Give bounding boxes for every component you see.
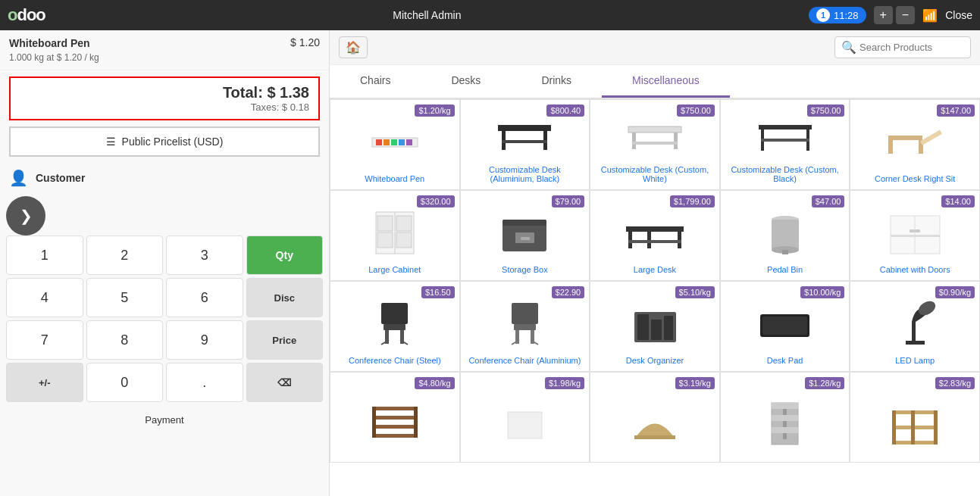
numpad-disc[interactable]: Disc bbox=[246, 278, 324, 317]
price-badge: $4.80/kg bbox=[415, 377, 454, 389]
category-drinks[interactable]: Drinks bbox=[511, 65, 602, 98]
product-desk-organizer[interactable]: $5.10/kg Desk Organizer bbox=[590, 281, 720, 372]
product-image bbox=[494, 206, 555, 259]
product-image bbox=[365, 397, 425, 450]
svg-rect-63 bbox=[762, 317, 807, 335]
category-chairs[interactable]: Chairs bbox=[330, 65, 421, 98]
svg-rect-64 bbox=[906, 341, 925, 345]
product-shelf3[interactable]: $3.19/kg bbox=[590, 372, 720, 463]
categories-bar: Chairs Desks Drinks Miscellaneous bbox=[330, 65, 980, 99]
svg-rect-25 bbox=[396, 216, 412, 231]
close-button[interactable]: Close bbox=[945, 9, 972, 21]
product-name: Desk Organizer bbox=[626, 356, 684, 365]
order-time: 11:28 bbox=[834, 10, 859, 21]
product-cabinet-doors[interactable]: $14.00 Cabinet with Doors bbox=[850, 190, 980, 281]
product-pedal-bin[interactable]: $47.00 Pedal Bin bbox=[720, 190, 850, 281]
pricelist-button[interactable]: ☰ Public Pricelist (USD) bbox=[9, 126, 320, 157]
numpad-price[interactable]: Price bbox=[246, 320, 324, 360]
svg-rect-52 bbox=[512, 303, 538, 324]
svg-rect-46 bbox=[381, 303, 408, 324]
product-chair-alum[interactable]: $22.90 Conference Chair (Aluminium) bbox=[460, 281, 590, 372]
chevron-button[interactable]: ❯ bbox=[6, 196, 45, 236]
product-desk-black[interactable]: $800.40 Customizable Desk (Aluminium, Bl… bbox=[460, 99, 590, 190]
svg-rect-68 bbox=[372, 416, 418, 420]
svg-rect-40 bbox=[782, 250, 788, 254]
search-box[interactable]: 🔍 bbox=[834, 36, 971, 58]
numpad-2[interactable]: 2 bbox=[86, 236, 164, 275]
price-badge: $0.90/kg bbox=[935, 286, 975, 298]
svg-rect-2 bbox=[384, 139, 390, 145]
numpad----[interactable]: +/- bbox=[6, 363, 83, 402]
svg-rect-76 bbox=[772, 403, 798, 409]
order-line[interactable]: Whiteboard Pen $ 1.20 1.000 kg at $ 1.20… bbox=[0, 30, 329, 70]
svg-rect-74 bbox=[634, 435, 675, 439]
product-image bbox=[625, 397, 685, 450]
topbar: odoo Mitchell Admin 1 11:28 + − 📶 Close bbox=[0, 0, 980, 30]
add-tab-button[interactable]: + bbox=[874, 6, 893, 24]
product-shelf5[interactable]: $2.83/kg bbox=[850, 372, 980, 463]
product-shelf4[interactable]: $1.28/kg bbox=[720, 372, 850, 463]
numpad--[interactable]: . bbox=[166, 363, 243, 402]
order-line-name: Whiteboard Pen bbox=[9, 37, 90, 49]
price-badge: $320.00 bbox=[417, 195, 455, 207]
product-chair-steel[interactable]: $16.50 Conference Chair (Steel) bbox=[330, 281, 460, 372]
numpad-6[interactable]: 6 bbox=[166, 278, 243, 317]
customer-row[interactable]: 👤 Customer bbox=[0, 163, 329, 193]
taxes-amount: Taxes: $ 0.18 bbox=[20, 101, 309, 113]
svg-rect-4 bbox=[399, 139, 405, 145]
product-corner-desk[interactable]: $147.00 Corner Desk Right Sit bbox=[850, 99, 980, 190]
product-name: Large Cabinet bbox=[368, 265, 421, 274]
search-input[interactable] bbox=[859, 42, 964, 53]
category-miscellaneous[interactable]: Miscellaneous bbox=[602, 65, 730, 98]
product-image bbox=[494, 297, 555, 350]
svg-rect-13 bbox=[632, 142, 678, 145]
numpad-5[interactable]: 5 bbox=[86, 278, 164, 317]
remove-tab-button[interactable]: − bbox=[896, 6, 915, 24]
numpad-row-4: +/-0.⌫ bbox=[6, 363, 323, 402]
product-desk-pad[interactable]: $10.00/kg Desk Pad bbox=[720, 281, 850, 372]
price-badge: $47.00 bbox=[812, 195, 845, 207]
home-button[interactable]: 🏠 bbox=[339, 36, 368, 58]
svg-rect-6 bbox=[498, 125, 551, 131]
product-shelf1[interactable]: $4.80/kg bbox=[330, 372, 460, 463]
price-badge: $5.10/kg bbox=[675, 286, 715, 298]
product-image bbox=[365, 115, 425, 168]
numpad-4[interactable]: 4 bbox=[6, 278, 83, 317]
product-desk-white[interactable]: $750.00 Customizable Desk (Custom, White… bbox=[590, 99, 720, 190]
product-shelf2[interactable]: $1.98/kg bbox=[460, 372, 590, 463]
numpad-9[interactable]: 9 bbox=[166, 320, 243, 360]
numpad-qty[interactable]: Qty bbox=[246, 236, 324, 275]
numpad-0[interactable]: 0 bbox=[86, 363, 164, 402]
numpad--[interactable]: ⌫ bbox=[246, 363, 324, 402]
order-tab[interactable]: 1 11:28 bbox=[809, 7, 866, 23]
product-name: Storage Box bbox=[502, 265, 548, 274]
product-storage-box[interactable]: $79.00 Storage Box bbox=[460, 190, 590, 281]
svg-rect-20 bbox=[888, 140, 893, 154]
numpad-7[interactable]: 7 bbox=[6, 320, 83, 360]
svg-rect-11 bbox=[632, 133, 636, 149]
price-badge: $1.98/kg bbox=[545, 377, 584, 389]
list-icon: ☰ bbox=[106, 136, 116, 148]
total-box: Total: $ 1.38 Taxes: $ 0.18 bbox=[9, 76, 320, 120]
svg-rect-31 bbox=[521, 237, 530, 240]
price-badge: $22.90 bbox=[552, 286, 585, 298]
category-desks[interactable]: Desks bbox=[421, 65, 511, 98]
numpad-8[interactable]: 8 bbox=[86, 320, 164, 360]
product-large-desk[interactable]: $1,799.00 Large Desk bbox=[590, 190, 720, 281]
product-image bbox=[885, 206, 945, 259]
price-badge: $2.83/kg bbox=[935, 377, 975, 389]
product-led-lamp[interactable]: $0.90/kg LED Lamp bbox=[850, 281, 980, 372]
numpad-1[interactable]: 1 bbox=[6, 236, 83, 275]
svg-rect-18 bbox=[888, 136, 922, 140]
product-whiteboard-pen[interactable]: $1.20/kg Whiteboard Pen bbox=[330, 99, 460, 190]
numpad-3[interactable]: 3 bbox=[166, 236, 243, 275]
svg-rect-12 bbox=[674, 133, 678, 149]
payment-section: Payment bbox=[0, 405, 329, 434]
svg-rect-53 bbox=[514, 324, 536, 330]
svg-rect-81 bbox=[783, 433, 787, 439]
product-desk-custom-black[interactable]: $750.00 Customizable Desk (Custom, Black… bbox=[720, 99, 850, 190]
svg-rect-9 bbox=[502, 140, 547, 143]
svg-rect-78 bbox=[772, 427, 798, 433]
numpad-row-1: 123Qty bbox=[6, 236, 323, 275]
product-large-cabinet[interactable]: $320.00 Large Cabinet bbox=[330, 190, 460, 281]
